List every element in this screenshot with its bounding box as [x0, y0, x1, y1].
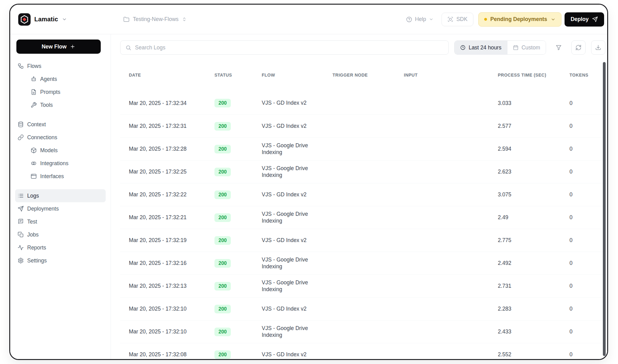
table-row[interactable]: Mar 20, 2025 - 17:32:22 200 VJS - GD Ind… [120, 183, 607, 206]
link-icon [18, 134, 24, 140]
sidebar-item-prompts[interactable]: Prompts [15, 86, 106, 98]
scrollbar-thumb[interactable] [603, 62, 606, 356]
new-flow-label: New Flow [42, 44, 67, 50]
table-row[interactable]: Mar 20, 2025 - 17:32:08 200 VJS - GD Ind… [120, 343, 607, 359]
sidebar: New Flow Flows Agents Prompts [10, 34, 111, 359]
status-badge: 200 [214, 328, 231, 336]
sidebar-item-flows[interactable]: Flows [15, 60, 106, 73]
logs-table: DATE STATUS FLOW TRIGGER NODE INPUT PROC… [120, 64, 607, 359]
sdk-button[interactable]: SDK [442, 13, 473, 26]
deploy-button[interactable]: Deploy [565, 12, 604, 27]
gear-icon [18, 257, 24, 264]
status-badge: 200 [214, 282, 231, 291]
search-input[interactable] [135, 44, 443, 51]
sidebar-item-context[interactable]: Context [15, 118, 106, 131]
log-process-time: 2.623 [498, 169, 569, 175]
log-status: 200 [214, 213, 262, 222]
status-badge: 200 [214, 190, 231, 199]
chevron-down-icon [62, 17, 67, 22]
sidebar-item-integrations[interactable]: Integrations [15, 157, 106, 170]
log-flow: VJS - GD Index v2 [262, 237, 329, 244]
sidebar-item-reports[interactable]: Reports [15, 241, 106, 254]
log-status: 200 [214, 305, 262, 313]
log-tokens: 0 [569, 214, 607, 221]
brand-name: Lamatic [34, 16, 58, 23]
table-row[interactable]: Mar 20, 2025 - 17:32:34 200 VJS - GD Ind… [120, 92, 607, 115]
search-icon [125, 45, 131, 51]
help-menu[interactable]: Help [406, 16, 434, 23]
sidebar-item-connections[interactable]: Connections [15, 131, 106, 144]
sidebar-item-label: Logs [27, 193, 39, 199]
log-process-time: 3.075 [498, 191, 569, 198]
sidebar-item-label: Test [27, 219, 37, 225]
sidebar-item-settings[interactable]: Settings [15, 254, 106, 267]
refresh-button[interactable] [571, 40, 586, 55]
table-row[interactable]: Mar 20, 2025 - 17:32:10 200 VJS - Google… [120, 320, 607, 343]
sidebar-item-label: Integrations [40, 160, 68, 167]
app-window: Lamatic Testing-New-Flows Help [9, 4, 608, 360]
pending-deployments-label: Pending Deployments [490, 16, 547, 23]
sdk-label: SDK [456, 16, 468, 23]
sidebar-item-agents[interactable]: Agents [15, 73, 106, 86]
table-row[interactable]: Mar 20, 2025 - 17:32:19 200 VJS - GD Ind… [120, 229, 607, 252]
sidebar-item-label: Tools [40, 102, 53, 108]
status-badge: 200 [214, 305, 231, 313]
project-selector[interactable]: Testing-New-Flows [123, 16, 187, 23]
range-custom-button[interactable]: Custom [507, 41, 546, 54]
log-status: 200 [214, 350, 262, 359]
column-header-status: STATUS [214, 73, 262, 77]
log-date: Mar 20, 2025 - 17:32:28 [120, 146, 214, 152]
sidebar-item-test[interactable]: Test [15, 215, 106, 228]
log-flow: VJS - Google Drive Indexing [262, 211, 329, 224]
sidebar-item-logs[interactable]: Logs [15, 189, 106, 202]
top-bar-actions: Help SDK Pending Deployments Deploy [406, 12, 604, 27]
log-process-time: 2.283 [498, 306, 569, 312]
log-date: Mar 20, 2025 - 17:32:16 [120, 260, 214, 266]
sidebar-item-label: Connections [27, 134, 57, 141]
log-tokens: 0 [569, 328, 607, 335]
log-process-time: 2.552 [498, 351, 569, 358]
table-row[interactable]: Mar 20, 2025 - 17:32:13 200 VJS - Google… [120, 274, 607, 297]
log-flow: VJS - Google Drive Indexing [262, 257, 329, 270]
log-status: 200 [214, 168, 262, 176]
table-row[interactable]: Mar 20, 2025 - 17:32:10 200 VJS - GD Ind… [120, 297, 607, 320]
log-tokens: 0 [569, 169, 607, 175]
log-status: 200 [214, 328, 262, 336]
log-status: 200 [214, 99, 262, 107]
sidebar-item-interfaces[interactable]: Interfaces [15, 170, 106, 183]
log-tokens: 0 [569, 191, 607, 198]
log-process-time: 2.577 [498, 123, 569, 129]
sidebar-item-label: Models [40, 147, 57, 154]
main-content: Last 24 hours Custom [111, 34, 607, 359]
folder-icon [123, 16, 129, 23]
log-tokens: 0 [569, 351, 607, 358]
table-scrollbar[interactable] [603, 62, 606, 356]
sidebar-item-tools[interactable]: Tools [15, 98, 106, 111]
pending-deployments-button[interactable]: Pending Deployments [478, 12, 561, 27]
log-status: 200 [214, 190, 262, 199]
sidebar-item-jobs[interactable]: Jobs [15, 228, 106, 241]
download-button[interactable] [591, 40, 605, 55]
log-tokens: 0 [569, 100, 607, 107]
table-row[interactable]: Mar 20, 2025 - 17:32:25 200 VJS - Google… [120, 160, 607, 183]
table-row[interactable]: Mar 20, 2025 - 17:32:28 200 VJS - Google… [120, 137, 607, 160]
new-flow-button[interactable]: New Flow [16, 40, 101, 54]
search-box[interactable] [120, 40, 449, 55]
log-date: Mar 20, 2025 - 17:32:31 [120, 123, 214, 129]
funnel-icon [556, 44, 562, 51]
table-row[interactable]: Mar 20, 2025 - 17:32:16 200 VJS - Google… [120, 252, 607, 274]
sidebar-item-deployments[interactable]: Deployments [15, 202, 106, 215]
table-row[interactable]: Mar 20, 2025 - 17:32:21 200 VJS - Google… [120, 206, 607, 229]
filter-button[interactable] [552, 40, 566, 55]
range-last-24-hours-button[interactable]: Last 24 hours [455, 41, 507, 54]
workspace-switcher[interactable]: Lamatic [18, 13, 123, 26]
deploy-label: Deploy [571, 16, 589, 23]
table-row[interactable]: Mar 20, 2025 - 17:32:31 200 VJS - GD Ind… [120, 115, 607, 137]
range-custom-label: Custom [522, 44, 540, 51]
log-flow: VJS - Google Drive Indexing [262, 142, 329, 156]
log-tokens: 0 [569, 283, 607, 289]
chevrons-up-down-icon [182, 17, 187, 22]
log-process-time: 2.594 [498, 146, 569, 152]
sidebar-item-models[interactable]: Models [15, 144, 106, 157]
book-icon [18, 219, 24, 225]
